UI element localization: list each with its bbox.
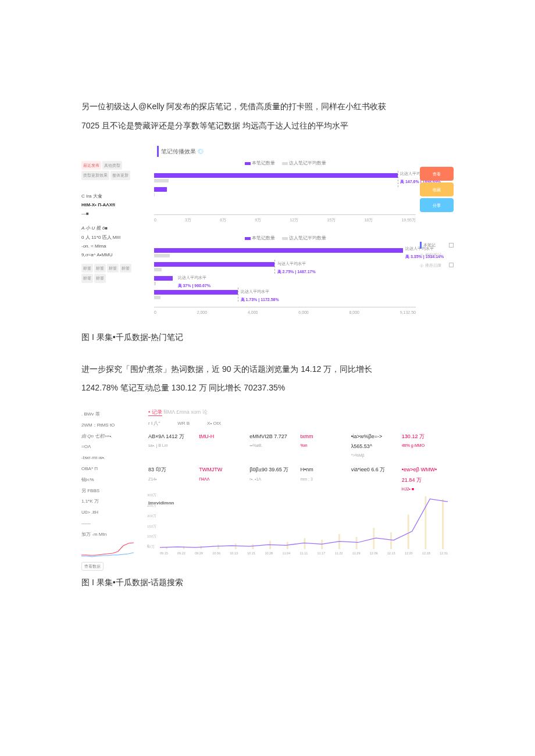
badge: 标签 [81, 274, 93, 282]
badge: 标签 [81, 264, 93, 273]
svg-rect-14 [408, 514, 409, 549]
badge: 标签 [120, 264, 131, 273]
badge: 整体更新 [110, 171, 130, 180]
chart2-filters[interactable]: r I 八" WR B X• OtX [148, 419, 221, 428]
svg-rect-13 [390, 532, 392, 549]
chart2-line-plot: 300万 250万 200万 150万 100万 50万 0 09.1509.2… [148, 493, 448, 557]
chart2-tabs[interactable]: • 记录 filMΛ £mna xom 论 [148, 407, 208, 417]
chart1-plot-b: 本笔记数量 达人笔记平均数量 比达人平均水平高 3.35% | 1534.14%… [154, 234, 416, 315]
caption-1: 图 I 果集•千瓜数据-热门笔记 [81, 329, 454, 345]
svg-rect-15 [425, 496, 426, 549]
badge: 类型更新效果 [81, 171, 109, 180]
view-data-button[interactable]: 查看数据 [81, 562, 104, 571]
svg-rect-7 [287, 542, 288, 549]
chart1-right-legend: 本笔记 ◎ 相似笔记 ◎ 推荐品牌 [420, 241, 454, 271]
paragraph-2b: 1242.78% 笔记互动总量 130.12 万 同比增长 70237.35% [81, 380, 454, 396]
chart-1: 笔记传播效果 ◎ 最近发布 其他类型 类型更新效果 整体更新 C Ira 大食 … [81, 144, 454, 324]
badge: 最近发布 [81, 161, 101, 170]
chart1-title: 笔记传播效果 ◎ [157, 146, 204, 157]
caption-2: 图 I 果集•千瓜数据-话题搜索 [81, 575, 454, 590]
mini-trend-chart [81, 542, 134, 560]
badge: 标签 [94, 264, 106, 273]
svg-rect-11 [356, 537, 358, 549]
paragraph-2a: 进一步探究「围炉煮茶」热词数据，近 90 天的话题浏览量为 14.12 万，同比… [81, 361, 454, 377]
svg-rect-5 [252, 544, 254, 549]
svg-rect-3 [217, 544, 219, 549]
badge: 标签 [107, 264, 119, 273]
paragraph-1b: 7025 且不论是赞藏评还是分享数等笔记数据 均远高于达人过往的平均水平 [81, 118, 454, 134]
badge: 其他类型 [102, 161, 122, 170]
chart-2: . BWv 茶 2WM：RtMS tO 由 Qn 七初>»•. =OΛ -bwr… [81, 406, 454, 569]
badge: 标签 [94, 274, 106, 282]
svg-rect-8 [304, 538, 306, 549]
svg-rect-4 [235, 543, 237, 549]
chart1-sidebar: 最近发布 其他类型 类型更新效果 整体更新 C Ira 大食 HtM-X• Π-… [81, 161, 142, 283]
svg-rect-16 [442, 499, 444, 549]
chart1-right-pills: 查看 收藏 分享 [420, 167, 454, 214]
paragraph-1a: 另一位初级达人@Kelly 阿发布的探店笔记，凭借高质量的打卡照，同样在小红书收… [81, 99, 454, 114]
chart2-left: . BWv 茶 2WM：RtMS tO 由 Qn 七初>»•. =OΛ -bwr… [81, 411, 134, 571]
chart1-plot-a: 本笔记数量 达人笔记平均数量 比达人平均水平高 147.6% | 1698.69… [154, 159, 416, 223]
